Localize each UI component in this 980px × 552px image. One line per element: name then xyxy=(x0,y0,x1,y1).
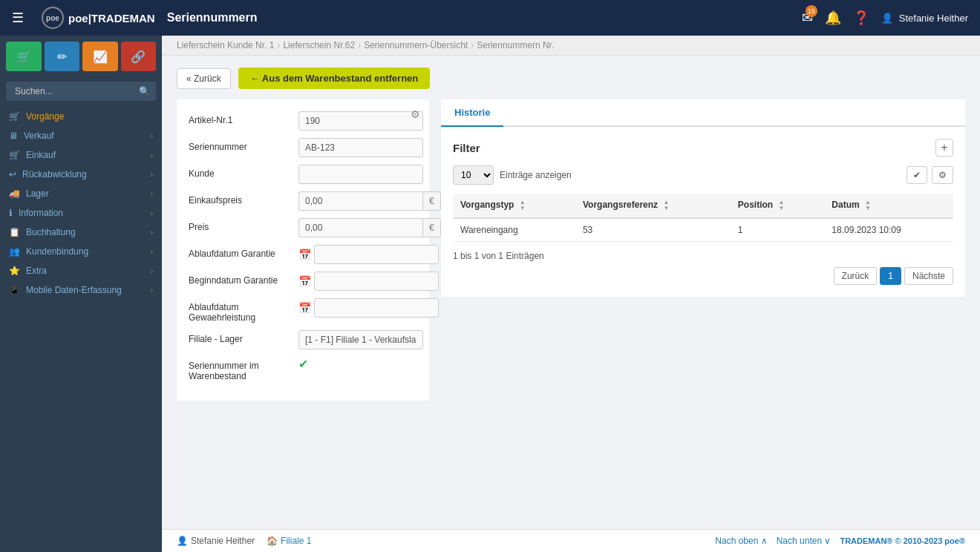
label-filiale-lager: Filiale - Lager xyxy=(189,330,293,344)
chevron-right-icon: › xyxy=(151,267,153,275)
user-menu[interactable]: 👤 Stefanie Heither xyxy=(881,13,968,24)
sidebar-item-buchhaltung[interactable]: 📋 Buchhaltung › xyxy=(0,221,162,240)
accounting-icon: 📋 xyxy=(9,227,20,237)
col-vorgangstyp[interactable]: Vorgangstyp ▲▼ xyxy=(453,194,575,218)
field-ablaufdatum-garantie: Ablaufdatum Garantie 📅 xyxy=(189,245,417,264)
sidebar-item-information[interactable]: ℹ Information › xyxy=(0,202,162,221)
cell-datum: 18.09.2023 10:09 xyxy=(824,218,953,242)
col-vorgangsreferenz[interactable]: Vorgangsreferenz ▲▼ xyxy=(575,194,731,218)
preis-input-group: € xyxy=(298,218,441,237)
input-filiale-lager[interactable] xyxy=(298,330,423,349)
mail-badge: 15 xyxy=(806,5,817,17)
entries-settings-button[interactable]: ⚙ xyxy=(932,166,953,184)
footer-nav-up[interactable]: Nach oben ∧ xyxy=(715,536,767,546)
cell-vorgangstyp: Wareneingang xyxy=(453,218,575,242)
calendar-icon-ablauf[interactable]: 📅 xyxy=(298,249,311,260)
chevron-right-icon: › xyxy=(151,171,153,179)
label-einkaufspreis: Einkaufspreis xyxy=(189,191,293,206)
breadcrumb-item-2: Lieferschein Nr.62 xyxy=(283,40,355,50)
footer-user-icon: 👤 xyxy=(177,536,188,546)
col-position[interactable]: Position ▲▼ xyxy=(731,194,824,218)
input-ablaufdatum-gewaehrleistung[interactable] xyxy=(314,298,439,318)
pagination-page-1[interactable]: 1 xyxy=(880,267,901,285)
chevron-right-icon: › xyxy=(151,132,153,140)
col-datum[interactable]: Datum ▲▼ xyxy=(824,194,953,218)
sidebar-item-ruckabwicklung[interactable]: ↩ Rückabwicklung › xyxy=(0,163,162,183)
filter-add-button[interactable]: + xyxy=(935,139,953,157)
help-icon[interactable]: ❓ xyxy=(853,10,869,26)
footer-nav-down[interactable]: Nach unten ∨ xyxy=(777,536,832,546)
footer-branch-name: Filiale 1 xyxy=(281,536,311,546)
sidebar-item-extra[interactable]: ⭐ Extra › xyxy=(0,260,162,279)
field-preis: Preis € xyxy=(189,218,417,237)
data-table: Vorgangstyp ▲▼ Vorgangsreferenz ▲▼ Posit… xyxy=(453,194,953,242)
footer-user: 👤 Stefanie Heither xyxy=(177,536,255,546)
page-body: « Zurück ← Aus dem Warenbestand entferne… xyxy=(162,56,980,529)
sort-icon-vorgangsreferenz: ▲▼ xyxy=(663,200,669,211)
chevron-right-icon: › xyxy=(151,151,153,160)
field-seriennummer-warenbestand: Seriennummer im Warenbestand ✔ xyxy=(189,357,417,381)
calendar-icon-gewaehr[interactable]: 📅 xyxy=(298,302,311,314)
info-icon: ℹ xyxy=(9,208,13,218)
entries-confirm-button[interactable]: ✔ xyxy=(906,166,927,184)
input-kunde[interactable] xyxy=(298,165,423,184)
table-row: Wareneingang 53 1 18.09.2023 10:09 xyxy=(453,218,953,242)
cart-icon: 🛒 xyxy=(9,111,20,122)
currency-unit-preis: € xyxy=(422,218,441,237)
footer-copyright: TRADEMAN® © 2010-2023 poe® xyxy=(840,536,965,545)
quick-btn-link[interactable]: 🔗 xyxy=(121,42,157,71)
calendar-icon-beginn[interactable]: 📅 xyxy=(298,275,311,287)
input-artikel-nr[interactable] xyxy=(298,111,423,131)
quick-btn-cart[interactable]: 🛒 xyxy=(6,42,42,71)
input-preis[interactable] xyxy=(298,218,422,237)
label-ablaufdatum-gewaehrleistung: Ablaufdatum Gewaehrleistung xyxy=(189,298,293,323)
field-seriennummer: Seriennummer xyxy=(189,138,417,157)
chevron-right-icon: › xyxy=(151,190,153,198)
quick-btn-edit[interactable]: ✏ xyxy=(45,42,80,71)
header-icons: ✉ 15 🔔 ❓ 👤 Stefanie Heither xyxy=(802,10,968,26)
sidebar-item-vorgange[interactable]: 🛒 Vorgänge xyxy=(0,105,162,125)
logo-circle: poe xyxy=(42,7,64,29)
search-icon: 🔍 xyxy=(139,86,150,96)
input-einkaufspreis[interactable] xyxy=(298,191,422,211)
form-card: ⚙ Artikel-Nr.1 Seriennummer Kunde xyxy=(177,99,429,401)
pagination-back-button[interactable]: Zurück xyxy=(834,267,878,285)
einkaufspreis-input-group: € xyxy=(298,191,441,211)
monitor-icon: 🖥 xyxy=(9,131,18,141)
footer-branch[interactable]: 🏠 Filiale 1 xyxy=(267,536,311,546)
sidebar-item-kundenbindung[interactable]: 👥 Kundenbindung › xyxy=(0,240,162,260)
remove-from-stock-button[interactable]: ← Aus dem Warenbestand entfernen xyxy=(238,68,431,89)
mail-icon[interactable]: ✉ 15 xyxy=(802,10,813,26)
settings-icon[interactable]: ⚙ xyxy=(411,108,420,120)
input-ablaufdatum-garantie[interactable] xyxy=(314,245,439,264)
filter-title: Filter xyxy=(453,142,480,154)
pagination-next-button[interactable]: Nächste xyxy=(904,267,953,285)
quick-btn-chart[interactable]: 📈 xyxy=(82,42,118,71)
users-icon: 👥 xyxy=(9,246,20,257)
sort-icon-vorgangstyp: ▲▼ xyxy=(520,200,526,211)
tab-historie[interactable]: Historie xyxy=(441,99,503,127)
field-ablaufdatum-gewaehrleistung: Ablaufdatum Gewaehrleistung 📅 xyxy=(189,298,417,323)
back-button[interactable]: « Zurück xyxy=(177,68,231,89)
breadcrumb-item-3: Seriennummern-Übersicht xyxy=(364,40,468,50)
sidebar-search-container: 🔍 xyxy=(0,77,162,105)
page-title: Seriennummern xyxy=(167,11,790,24)
sidebar-item-lager[interactable]: 🚚 Lager › xyxy=(0,183,162,202)
label-seriennummer-warenbestand: Seriennummer im Warenbestand xyxy=(189,357,293,381)
return-icon: ↩ xyxy=(9,169,16,180)
chevron-right-icon: › xyxy=(151,229,153,237)
breadcrumb-item-1: Lieferschein Kunde Nr. 1 xyxy=(177,40,274,50)
two-cols: ⚙ Artikel-Nr.1 Seriennummer Kunde xyxy=(177,99,965,401)
header: ☰ poe poe|TRADEMAN Seriennummern ✉ 15 🔔 … xyxy=(0,0,980,36)
sidebar-item-mobile[interactable]: 📱 Mobile Daten-Erfassung › xyxy=(0,279,162,298)
sidebar-item-verkauf[interactable]: 🖥 Verkauf › xyxy=(0,125,162,144)
bell-icon[interactable]: 🔔 xyxy=(825,10,841,26)
breadcrumb: Lieferschein Kunde Nr. 1 › Lieferschein … xyxy=(162,36,980,56)
input-beginndatum-garantie[interactable] xyxy=(314,272,439,291)
entries-select[interactable]: 10 25 50 100 xyxy=(453,165,494,185)
sidebar-item-einkauf[interactable]: 🛒 Einkauf › xyxy=(0,144,162,163)
input-seriennummer[interactable] xyxy=(298,138,423,157)
history-body: Filter + 10 25 50 100 E xyxy=(441,127,965,297)
menu-icon[interactable]: ☰ xyxy=(12,10,24,26)
search-input[interactable] xyxy=(12,82,139,101)
